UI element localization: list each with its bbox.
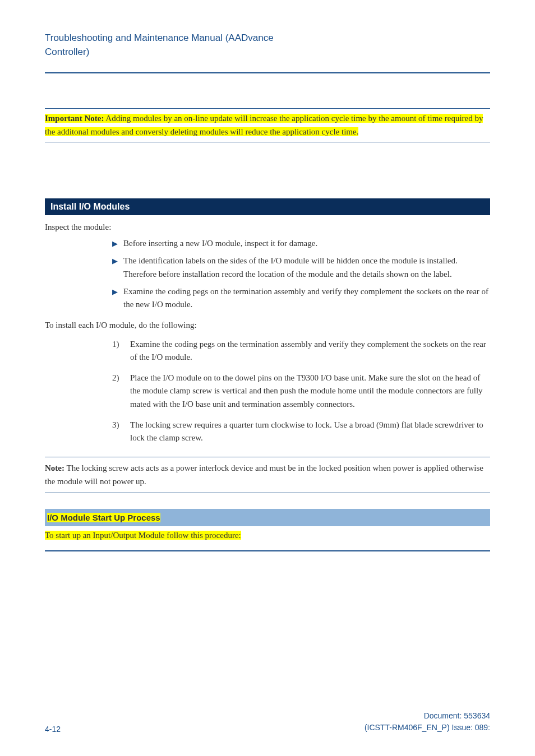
page-footer: 4-12 Document: 553634 (ICSTT-RM406F_EN_P…: [45, 710, 490, 734]
note-label: Note:: [45, 463, 64, 472]
section-title: Install I/O Modules: [50, 202, 130, 211]
inspect-bullet-list: ▶ Before inserting a new I/O module, ins…: [112, 237, 490, 311]
locking-note-box: Note: The locking screw acts acts as a p…: [45, 457, 490, 493]
install-steps-list: 1) Examine the coding pegs on the termin…: [112, 338, 490, 445]
bullet-text: Before inserting a new I/O module, inspe…: [123, 237, 490, 250]
inspect-intro: Inspect the module:: [45, 221, 490, 234]
note-text: The locking screw acts acts as a power i…: [45, 463, 483, 485]
step-text: The locking screw requires a quarter tur…: [130, 419, 490, 445]
list-item: 1) Examine the coding pegs on the termin…: [112, 338, 490, 364]
important-note-label: Important Note:: [45, 114, 104, 123]
list-item: ▶ The identification labels on the sides…: [112, 254, 490, 281]
important-note-box: Important Note: Adding modules by an on-…: [45, 108, 490, 142]
footer-rule: [45, 550, 490, 551]
step-text: Place the I/O module on to the dowel pin…: [130, 372, 490, 411]
list-item: 2) Place the I/O module on to the dowel …: [112, 372, 490, 411]
step-number: 3): [112, 419, 123, 445]
header-line-1: Troubleshooting and Maintenance Manual (…: [45, 33, 274, 43]
bullet-text: Examine the coding pegs on the terminati…: [123, 285, 490, 312]
list-item: ▶ Examine the coding pegs on the termina…: [112, 285, 490, 312]
document-header: Troubleshooting and Maintenance Manual (…: [45, 31, 490, 59]
doc-issue: (ICSTT-RM406F_EN_P) Issue: 089:: [365, 722, 490, 734]
important-note-text: Adding modules by an on-line update will…: [45, 114, 483, 136]
page-number: 4-12: [45, 725, 61, 734]
header-line-2: Controller): [45, 47, 89, 57]
bullet-text: The identification labels on the sides o…: [123, 254, 490, 281]
step-number: 2): [112, 372, 123, 411]
startup-body: To start up an Input/Output Module follo…: [45, 531, 490, 540]
install-intro: To install each I/O module, do the follo…: [45, 319, 490, 332]
step-number: 1): [112, 338, 123, 364]
triangle-right-icon: ▶: [112, 285, 118, 312]
subsection-title: I/O Module Start Up Process: [47, 513, 160, 522]
list-item: 3) The locking screw requires a quarter …: [112, 419, 490, 445]
triangle-right-icon: ▶: [112, 237, 118, 250]
triangle-right-icon: ▶: [112, 254, 118, 281]
list-item: ▶ Before inserting a new I/O module, ins…: [112, 237, 490, 250]
section-install-io-modules: Install I/O Modules: [45, 198, 490, 215]
section-io-startup: I/O Module Start Up Process: [45, 509, 490, 526]
startup-text: To start up an Input/Output Module follo…: [45, 531, 241, 540]
step-text: Examine the coding pegs on the terminati…: [130, 338, 490, 364]
doc-number: Document: 553634: [365, 710, 490, 722]
